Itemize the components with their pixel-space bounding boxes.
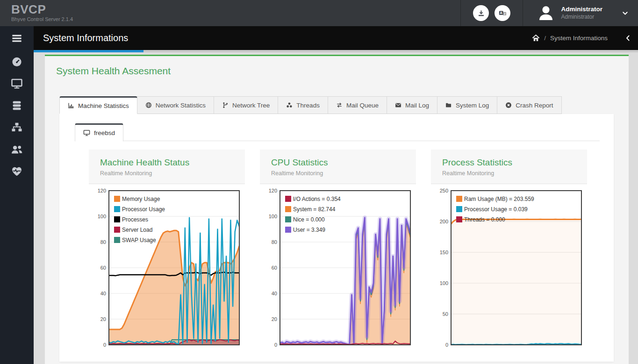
- legend-swatch: [285, 196, 291, 202]
- panel-title: CPU Statistics: [271, 157, 405, 168]
- folder-icon: [445, 102, 452, 108]
- home-icon[interactable]: [532, 34, 540, 42]
- legend-swatch: [456, 216, 462, 222]
- y-tick-label: 0: [445, 342, 448, 348]
- tab-freebsd[interactable]: freebsd: [75, 123, 123, 142]
- tab-network-statistics[interactable]: Network Statistics: [137, 96, 214, 114]
- tab-label: Network Statistics: [156, 102, 206, 109]
- brand[interactable]: BVCP Bhyve Control Server 2.1.4: [0, 0, 73, 26]
- chevron-left-icon[interactable]: [624, 35, 631, 42]
- tab-machine-statistics[interactable]: Machine Statistics: [59, 96, 137, 114]
- desktop-icon: [11, 78, 22, 89]
- chart-canvas: 020406080100120Memory UsageProcessor Usa…: [93, 188, 240, 350]
- tab-mail-log[interactable]: Mail Log: [387, 96, 437, 114]
- chevron-down-icon: [622, 10, 629, 17]
- legend-label: Ram Usage (MB) = 203.559: [464, 196, 534, 202]
- y-tick-label: 100: [98, 214, 106, 219]
- panel-subtitle: Realtime Monitoring: [100, 170, 234, 177]
- panel-cpu-statistics: CPU StatisticsRealtime Monitoring0204060…: [260, 150, 416, 358]
- panel-header: Machine Health StatusRealtime Monitoring: [89, 150, 245, 184]
- legend-swatch: [114, 216, 120, 222]
- legend-label: Processor Usage = 0.039: [464, 206, 528, 213]
- globe-icon: [145, 102, 152, 108]
- y-tick-label: 0: [103, 342, 106, 348]
- sidebar-item-storage[interactable]: [0, 94, 34, 116]
- legend-swatch: [114, 206, 120, 212]
- sidebar-item-accounts[interactable]: [0, 138, 34, 160]
- subtab-label: freebsd: [94, 129, 115, 136]
- sitemap-icon: [11, 122, 22, 133]
- panel-subtitle: Realtime Monitoring: [442, 170, 576, 177]
- y-tick-label: 120: [269, 188, 277, 193]
- breadcrumb-separator: /: [544, 35, 546, 42]
- legend-label: Processes: [122, 216, 148, 223]
- chart-bar-icon: [68, 102, 74, 109]
- bvcp-screen: BVCP Bhyve Control Server 2.1.4 AZ Admin…: [0, 0, 638, 364]
- y-tick-label: 0: [274, 342, 277, 348]
- sidebar-item-network[interactable]: [0, 116, 34, 138]
- sidebar-items: [0, 50, 34, 182]
- panel-body: 020406080100120Memory UsageProcessor Usa…: [89, 184, 245, 358]
- top-header: BVCP Bhyve Control Server 2.1.4 AZ Admin…: [0, 0, 638, 26]
- tachometer-icon: [11, 56, 22, 67]
- y-tick-label: 250: [440, 188, 448, 193]
- y-tick-label: 40: [100, 291, 106, 296]
- heart-pulse-icon: [11, 166, 22, 177]
- panel-subtitle: Realtime Monitoring: [271, 170, 405, 177]
- y-tick-label: 120: [98, 188, 106, 193]
- panel-body: 050100150200250Ram Usage (MB) = 203.559P…: [431, 184, 587, 358]
- hamburger-icon[interactable]: [0, 26, 34, 50]
- subtab-divider: [75, 141, 600, 141]
- user-name: Administrator: [561, 6, 602, 14]
- panel-title: Machine Health Status: [100, 157, 234, 168]
- tab-threads[interactable]: Threads: [278, 96, 328, 114]
- tab-label: Machine Statistics: [78, 102, 129, 109]
- chart-canvas: 050100150200250Ram Usage (MB) = 203.559P…: [436, 188, 582, 350]
- legend-swatch: [456, 206, 462, 212]
- page-title: System Informations: [43, 33, 128, 43]
- download-button[interactable]: [473, 5, 489, 21]
- legend-label: Processor Usage: [122, 206, 165, 213]
- tab-bar: Machine StatisticsNetwork StatisticsNetw…: [59, 96, 562, 114]
- panel-machine-health-status: Machine Health StatusRealtime Monitoring…: [89, 150, 245, 358]
- legend-label: Nice = 0.000: [293, 216, 325, 223]
- legend-label: Server Load: [122, 227, 152, 233]
- users-icon: [11, 144, 22, 155]
- home-icon: [532, 34, 540, 42]
- chevron-down-icon[interactable]: [622, 10, 629, 17]
- tab-label: Threads: [296, 102, 320, 109]
- user-role: Administrator: [561, 14, 602, 21]
- y-tick-label: 20: [100, 316, 106, 322]
- panel-body: 020406080100120I/O Actions = 0.354System…: [260, 184, 416, 358]
- tab-label: Network Tree: [232, 102, 270, 109]
- tab-system-log[interactable]: System Log: [437, 96, 497, 114]
- sidebar-item-health[interactable]: [0, 160, 34, 182]
- legend-swatch: [285, 227, 291, 233]
- code-branch-icon: [222, 102, 229, 108]
- sidebar-item-dashboard[interactable]: [0, 50, 34, 72]
- y-tick-label: 60: [100, 265, 106, 271]
- breadcrumb-current: System Informations: [550, 35, 608, 42]
- user-avatar-icon: [537, 4, 555, 22]
- legend-swatch: [114, 227, 120, 233]
- user-menu[interactable]: Administrator Administrator: [523, 0, 638, 26]
- exchange-icon: [336, 102, 343, 108]
- header-right: AZ Administrator Administrator: [460, 0, 638, 26]
- chart-panels: Machine Health StatusRealtime Monitoring…: [89, 150, 587, 358]
- legend-label: Threads = 0.000: [464, 216, 505, 223]
- legend-swatch: [456, 196, 462, 202]
- svg-text:Z: Z: [504, 12, 506, 15]
- tab-label: Crash Report: [516, 102, 553, 109]
- sidebar-item-virtual-machines[interactable]: [0, 72, 34, 94]
- y-tick-label: 100: [269, 214, 277, 219]
- y-tick-label: 80: [100, 239, 106, 245]
- tab-network-tree[interactable]: Network Tree: [214, 96, 278, 114]
- tab-crash-report[interactable]: Crash Report: [497, 96, 561, 114]
- tab-mail-queue[interactable]: Mail Queue: [328, 96, 387, 114]
- hamburger-icon: [12, 33, 22, 43]
- tab-label: Mail Queue: [346, 102, 379, 109]
- language-button[interactable]: AZ: [495, 5, 510, 21]
- monitor-icon: [83, 129, 90, 136]
- database-icon: [11, 100, 22, 111]
- legend-label: Memory Usage: [122, 196, 160, 202]
